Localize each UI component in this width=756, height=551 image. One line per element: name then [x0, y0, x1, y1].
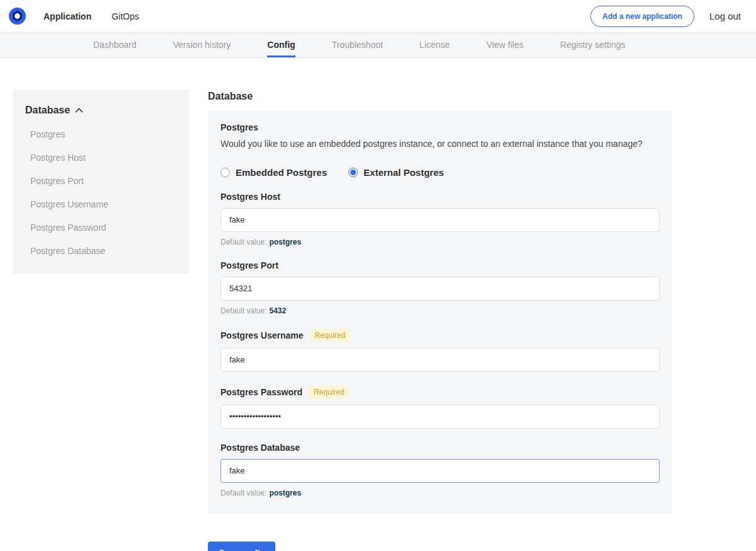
- subnav-tab-troubleshoot[interactable]: Troubleshoot: [332, 33, 383, 57]
- sidebar-item-postgres-port[interactable]: Postgres Port: [25, 176, 174, 186]
- subnav-tab-dashboard[interactable]: Dashboard: [93, 33, 137, 57]
- config-sidebar: Database Postgres Postgres Host Postgres…: [13, 90, 189, 274]
- subnav-tab-view-files[interactable]: View files: [486, 33, 524, 57]
- database-config-panel: Postgres Would you like to use an embedd…: [208, 111, 672, 514]
- default-value: postgres: [269, 489, 301, 497]
- subnav-tab-config[interactable]: Config: [267, 33, 295, 57]
- sidebar-group-label: Database: [25, 105, 70, 116]
- topbar-tab-application[interactable]: Application: [43, 11, 91, 21]
- field-label: Postgres Host: [220, 192, 280, 202]
- postgres-group-help-text: Would you like to use an embedded postgr…: [220, 138, 660, 151]
- postgres-password-input[interactable]: [220, 405, 660, 429]
- default-value-line: Default value:5432: [220, 306, 660, 315]
- radio-external-postgres-label: External Postgres: [364, 167, 444, 178]
- radio-unchecked-icon: [220, 168, 230, 177]
- sidebar-item-postgres[interactable]: Postgres: [25, 129, 174, 139]
- postgres-group-label: Postgres: [220, 122, 660, 132]
- postgres-username-input[interactable]: [220, 348, 660, 372]
- app-logo-icon[interactable]: [9, 8, 26, 25]
- chevron-up-icon: [75, 108, 83, 113]
- logout-link[interactable]: Log out: [709, 11, 741, 21]
- add-new-application-button[interactable]: Add a new application: [590, 6, 694, 27]
- field-label: Postgres Port: [220, 260, 278, 270]
- postgres-host-input[interactable]: [220, 208, 660, 232]
- default-prefix: Default value:: [220, 306, 266, 315]
- default-value-line: Default value:postgres: [220, 238, 660, 246]
- config-content: Database Postgres Postgres Host Postgres…: [0, 58, 756, 551]
- field-postgres-database: Postgres Database Default value:postgres: [220, 443, 660, 497]
- field-postgres-port: Postgres Port Default value:5432: [220, 260, 660, 315]
- topbar-tab-gitops[interactable]: GitOps: [112, 11, 139, 21]
- subnav-tab-version-history[interactable]: Version history: [173, 33, 231, 57]
- subnav-tab-license[interactable]: License: [420, 33, 450, 57]
- sidebar-group-database[interactable]: Database: [25, 105, 174, 116]
- config-main: Database Postgres Would you like to use …: [208, 90, 672, 551]
- save-config-button[interactable]: Save config: [208, 542, 275, 551]
- default-value: 5432: [269, 306, 286, 315]
- default-prefix: Default value:: [220, 238, 266, 246]
- default-value: postgres: [269, 238, 301, 246]
- field-postgres-username: Postgres Username Required: [220, 329, 660, 372]
- radio-checked-icon: [348, 168, 358, 177]
- postgres-database-input[interactable]: [220, 459, 660, 483]
- subnav-tab-registry-settings[interactable]: Registry settings: [560, 33, 625, 57]
- page-title: Database: [208, 91, 672, 102]
- radio-embedded-postgres[interactable]: Embedded Postgres: [220, 167, 327, 178]
- sidebar-item-postgres-host[interactable]: Postgres Host: [25, 153, 174, 163]
- default-value-line: Default value:postgres: [220, 489, 660, 497]
- default-prefix: Default value:: [220, 489, 266, 497]
- sidebar-item-postgres-password[interactable]: Postgres Password: [25, 223, 174, 233]
- required-badge: Required: [309, 386, 350, 398]
- app-subnav: Dashboard Version history Config Trouble…: [0, 33, 756, 58]
- field-label: Postgres Password: [220, 387, 302, 397]
- field-label: Postgres Database: [220, 443, 300, 453]
- radio-embedded-postgres-label: Embedded Postgres: [236, 167, 327, 178]
- required-badge: Required: [310, 329, 351, 342]
- sidebar-item-postgres-username[interactable]: Postgres Username: [25, 199, 174, 209]
- field-postgres-password: Postgres Password Required: [220, 386, 660, 429]
- topbar: Application GitOps Add a new application…: [0, 0, 756, 33]
- field-label: Postgres Username: [220, 330, 304, 340]
- radio-external-postgres[interactable]: External Postgres: [348, 167, 444, 178]
- sidebar-item-postgres-database[interactable]: Postgres Database: [25, 246, 174, 256]
- postgres-mode-radio-group: Embedded Postgres External Postgres: [220, 167, 660, 178]
- field-postgres-host: Postgres Host Default value:postgres: [220, 192, 660, 246]
- postgres-port-input[interactable]: [220, 277, 660, 301]
